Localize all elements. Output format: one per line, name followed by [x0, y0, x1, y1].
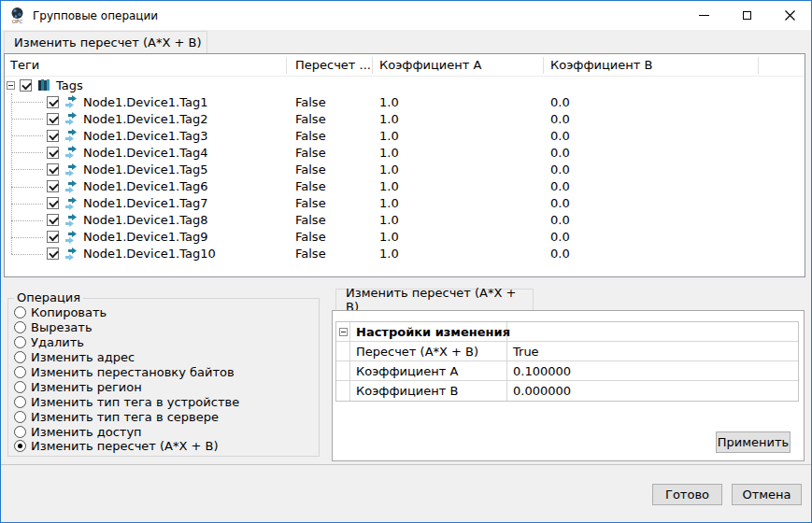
bottom-section: Операция Копировать Вырезать Удалить Изм… — [1, 284, 811, 465]
property-row-recalc[interactable]: Пересчет (A*X + B) True — [336, 342, 798, 361]
tag-recalc-value: False — [295, 95, 326, 109]
tag-coef-b-value: 0.0 — [550, 129, 570, 143]
radio-icon[interactable] — [14, 381, 26, 393]
tag-row[interactable]: Node1.Device1.Tag4 False 1.0 0.0 — [5, 144, 805, 161]
settings-tab[interactable]: Изменить пересчет (A*X + B) — [335, 289, 534, 310]
tag-checkbox[interactable] — [47, 147, 59, 159]
property-value[interactable]: 0.100000 — [507, 361, 798, 380]
tag-checkbox[interactable] — [47, 247, 59, 260]
radio-option-copy[interactable]: Копировать — [14, 305, 315, 320]
tag-coef-b-value: 0.0 — [550, 213, 570, 227]
radio-option-change-recalc[interactable]: Изменить пересчет (A*X + B) — [14, 439, 315, 454]
property-name: Пересчет (A*X + B) — [350, 342, 507, 360]
tag-row[interactable]: Node1.Device1.Tag10 False 1.0 0.0 — [5, 246, 805, 262]
root-checkbox[interactable] — [20, 79, 32, 92]
tag-row[interactable]: Node1.Device1.Tag3 False 1.0 0.0 — [5, 127, 805, 144]
radio-option-delete[interactable]: Удалить — [14, 335, 315, 350]
tag-tree: Tags Node1.Device1.Tag1 False 1.0 0.0 No… — [5, 77, 805, 262]
property-row-coef-b[interactable]: Коэффициент B 0.000000 — [336, 381, 798, 401]
radio-icon[interactable] — [14, 321, 26, 333]
close-button[interactable] — [768, 1, 811, 30]
close-icon — [785, 10, 795, 21]
tag-icon — [64, 213, 78, 228]
tag-checkbox[interactable] — [47, 96, 59, 108]
done-button[interactable]: Готово — [652, 484, 722, 505]
tag-icon — [64, 247, 78, 262]
column-header-tags[interactable]: Теги — [10, 54, 39, 77]
radio-icon[interactable] — [14, 351, 26, 363]
tag-checkbox[interactable] — [47, 214, 59, 226]
column-separator[interactable] — [286, 57, 287, 74]
collapse-expander-icon[interactable] — [7, 81, 15, 90]
tag-recalc-value: False — [295, 112, 326, 126]
property-grid: Настройки изменения Пересчет (A*X + B) T… — [335, 321, 799, 402]
tag-checkbox[interactable] — [47, 231, 59, 243]
property-name: Коэффициент B — [350, 381, 507, 401]
window-controls — [682, 1, 811, 30]
tag-label: Node1.Device1.Tag3 — [83, 129, 207, 143]
maximize-button[interactable] — [725, 1, 768, 30]
window-title: Групповые операции — [33, 9, 158, 22]
radio-option-change-access[interactable]: Изменить доступ — [14, 424, 315, 439]
tag-icon — [64, 145, 78, 160]
radio-label: Изменить перестановку байтов — [31, 365, 235, 379]
cancel-button[interactable]: Отмена — [732, 484, 802, 505]
radio-option-change-device-type[interactable]: Изменить тип тега в устройстве — [14, 394, 315, 409]
radio-icon[interactable] — [14, 411, 26, 423]
tag-checkbox[interactable] — [47, 163, 59, 176]
radio-option-change-byte-order[interactable]: Изменить перестановку байтов — [14, 365, 315, 380]
radio-option-change-region[interactable]: Изменить регион — [14, 379, 315, 394]
svg-text:OPC: OPC — [11, 19, 22, 24]
radio-option-change-server-type[interactable]: Изменить тип тега в сервере — [14, 409, 315, 424]
radio-icon[interactable] — [14, 426, 26, 438]
tag-row[interactable]: Node1.Device1.Tag1 False 1.0 0.0 — [5, 93, 805, 110]
category-collapse-icon[interactable] — [336, 322, 350, 341]
minimize-icon — [699, 15, 709, 16]
tag-checkbox[interactable] — [47, 197, 59, 209]
tag-row[interactable]: Node1.Device1.Tag2 False 1.0 0.0 — [5, 110, 805, 127]
tag-coef-b-value: 0.0 — [550, 163, 570, 177]
tag-coef-a-value: 1.0 — [379, 129, 399, 143]
property-category-row[interactable]: Настройки изменения — [336, 322, 798, 342]
column-separator[interactable] — [543, 57, 544, 74]
radio-icon[interactable] — [14, 366, 26, 378]
tag-label: Node1.Device1.Tag7 — [83, 196, 207, 210]
tag-coef-a-value: 1.0 — [379, 112, 399, 126]
tree-root-row[interactable]: Tags — [5, 77, 805, 93]
radio-icon[interactable] — [14, 396, 26, 408]
column-header-recalc[interactable]: Пересчет ... — [295, 54, 371, 77]
tag-checkbox[interactable] — [47, 130, 59, 142]
tag-checkbox[interactable] — [47, 113, 59, 125]
tag-icon — [64, 94, 78, 109]
tag-coef-b-value: 0.0 — [550, 179, 570, 193]
property-value[interactable]: 0.000000 — [507, 381, 798, 401]
radio-icon[interactable] — [14, 336, 26, 348]
tag-row[interactable]: Node1.Device1.Tag9 False 1.0 0.0 — [5, 229, 805, 246]
tag-row[interactable]: Node1.Device1.Tag8 False 1.0 0.0 — [5, 212, 805, 229]
tag-label: Node1.Device1.Tag4 — [83, 146, 207, 160]
tag-table-header: Теги Пересчет ... Коэффициент A Коэффици… — [5, 54, 805, 77]
property-name: Коэффициент A — [350, 361, 507, 380]
tag-coef-a-value: 1.0 — [379, 213, 399, 227]
operation-group-title: Операция — [14, 290, 83, 304]
tag-row[interactable]: Node1.Device1.Tag5 False 1.0 0.0 — [5, 161, 805, 177]
tag-checkbox[interactable] — [47, 180, 59, 192]
radio-label: Изменить доступ — [31, 425, 142, 439]
radio-icon[interactable] — [14, 306, 26, 318]
column-header-coef-a[interactable]: Коэффициент A — [379, 54, 481, 77]
apply-button[interactable]: Применить — [716, 431, 791, 453]
minimize-button[interactable] — [682, 1, 725, 30]
tab-change-recalc[interactable]: Изменить пересчет (A*X + B) — [4, 31, 207, 53]
tag-label: Node1.Device1.Tag8 — [83, 213, 207, 227]
tag-row[interactable]: Node1.Device1.Tag6 False 1.0 0.0 — [5, 178, 805, 195]
property-value[interactable]: True — [507, 342, 798, 360]
operation-groupbox: Операция Копировать Вырезать Удалить Изм… — [7, 298, 320, 457]
column-header-coef-b[interactable]: Коэффициент B — [550, 54, 652, 77]
column-separator[interactable] — [372, 57, 373, 74]
radio-option-change-address[interactable]: Изменить адрес — [14, 350, 315, 365]
property-row-coef-a[interactable]: Коэффициент A 0.100000 — [336, 361, 798, 381]
radio-option-cut[interactable]: Вырезать — [14, 320, 315, 335]
radio-icon[interactable] — [14, 440, 26, 452]
tag-row[interactable]: Node1.Device1.Tag7 False 1.0 0.0 — [5, 195, 805, 212]
column-separator[interactable] — [758, 57, 759, 74]
